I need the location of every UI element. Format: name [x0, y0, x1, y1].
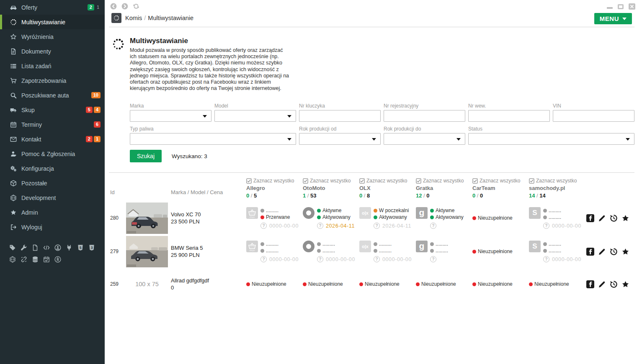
model-select[interactable]	[214, 110, 296, 122]
star-icon[interactable]	[621, 280, 629, 288]
sidebar-item-dokumenty[interactable]: Dokumenty	[0, 44, 105, 59]
history-icon[interactable]	[610, 280, 618, 288]
spinner-icon	[9, 18, 17, 26]
car-photo[interactable]	[126, 236, 168, 267]
portal-name: OLX	[359, 185, 416, 191]
breadcrumb-section[interactable]: Komis	[125, 15, 142, 21]
car-photo[interactable]	[126, 203, 168, 234]
question-icon[interactable]: ?	[543, 223, 549, 229]
question-icon[interactable]: ?	[374, 256, 380, 262]
select-all-allegro[interactable]: Zaznacz wszystko	[246, 178, 303, 184]
hexagon-icon[interactable]	[9, 256, 16, 263]
vin-input[interactable]	[553, 110, 634, 122]
sidebar-item-oferty[interactable]: Oferty21	[0, 0, 105, 15]
sidebar-item-pozostale[interactable]: Pozostałe	[0, 176, 105, 190]
field-label: Status	[468, 126, 634, 132]
back-icon[interactable]	[110, 3, 117, 10]
code-icon[interactable]	[43, 244, 50, 251]
filter-field-nr-wew: Nr wew.	[468, 103, 550, 122]
edit-icon[interactable]	[598, 280, 606, 288]
typ-paliwa-select[interactable]	[130, 133, 296, 145]
edit-icon[interactable]	[598, 214, 606, 222]
car-icon	[9, 4, 17, 11]
accessibility-icon[interactable]	[54, 256, 61, 263]
select-all-samochody-pl[interactable]: Zaznacz wszystko	[529, 178, 585, 184]
sidebar-item-terminy[interactable]: Terminy6	[0, 117, 105, 132]
status-dot	[374, 249, 377, 253]
edit-icon[interactable]	[598, 248, 606, 256]
question-icon[interactable]: ?	[317, 256, 323, 262]
sidebar-item-kontakt[interactable]: Kontakt21	[0, 132, 105, 146]
status-text: .........	[549, 208, 561, 213]
wrench-icon[interactable]	[21, 244, 27, 251]
olx-icon: o|x	[359, 207, 371, 219]
forward-icon[interactable]	[121, 3, 128, 10]
car-title[interactable]: BMW Seria 5	[171, 244, 243, 252]
search-button[interactable]: Szukaj	[130, 150, 162, 162]
facebook-icon[interactable]	[586, 280, 594, 288]
select-all-gratka[interactable]: Zaznacz wszystko	[416, 178, 472, 184]
status-dot	[472, 216, 476, 220]
html5-icon[interactable]: 5	[77, 244, 84, 251]
sidebar-item-development[interactable]: Development	[0, 190, 105, 205]
filter-field-typ-paliwa: Typ paliwa	[130, 126, 296, 145]
sidebar-item-pomoc-zgloszenia[interactable]: Pomoc & Zgłoszenia	[0, 146, 105, 161]
facebook-icon[interactable]	[586, 214, 594, 222]
sidebar-item-admin[interactable]: Admin	[0, 205, 105, 220]
user-circle-icon[interactable]	[54, 244, 61, 251]
nr-wew-input[interactable]	[468, 110, 550, 122]
sidebar-item-wyroznienia[interactable]: Wyróżnienia	[0, 29, 105, 44]
select-all-olx[interactable]: Zaznacz wszystko	[359, 178, 416, 184]
badge: 2	[86, 136, 93, 142]
cell-otomoto: ..................?0000-00-00	[303, 235, 359, 268]
minimize-icon[interactable]	[607, 7, 613, 9]
select-all-carteam[interactable]: Zaznacz wszystko	[472, 178, 529, 184]
status-text: .........	[436, 241, 448, 247]
file-icon[interactable]	[32, 244, 39, 251]
question-icon[interactable]: ?	[430, 256, 436, 262]
nr-rejestracyjny-input[interactable]	[384, 110, 465, 122]
maximize-icon[interactable]	[618, 4, 624, 9]
star-icon[interactable]	[621, 214, 629, 222]
results-count: Wyszukano: 3	[172, 153, 207, 159]
car-title[interactable]: Allrad gdfgdfgdf	[171, 277, 243, 285]
portal-header-gratka: Zaznacz wszystkoGratka12 / 0	[416, 178, 472, 199]
gears-icon	[9, 165, 17, 172]
marka-select[interactable]	[130, 110, 211, 122]
sidebar-item-skup[interactable]: Skup54	[0, 103, 105, 117]
question-icon[interactable]: ?	[260, 223, 267, 229]
rok-produkcji-od-select[interactable]	[299, 133, 381, 145]
sidebar-item-wyloguj[interactable]: Wyloguj	[0, 220, 105, 234]
plug-icon[interactable]	[66, 244, 72, 251]
refresh-icon[interactable]	[133, 3, 139, 10]
database-icon[interactable]	[32, 256, 39, 263]
question-icon[interactable]: ?	[260, 256, 267, 262]
rok-produkcji-do-select[interactable]	[384, 133, 465, 145]
sidebar-item-multiwystawianie[interactable]: Multiwystawianie	[0, 15, 105, 29]
close-icon[interactable]	[629, 3, 635, 10]
calendar-check-icon[interactable]	[43, 256, 50, 263]
sidebar-item-poszukiwane-auta[interactable]: Poszukiwane auta10	[0, 88, 105, 103]
question-icon[interactable]: ?	[430, 223, 436, 229]
question-icon[interactable]: ?	[374, 223, 380, 229]
css3-icon[interactable]: 3	[88, 244, 95, 251]
menu-button[interactable]: MENU	[594, 13, 632, 24]
star-icon[interactable]	[621, 248, 629, 256]
select-all-otomoto[interactable]: Zaznacz wszystko	[303, 178, 359, 184]
sidebar-item-lista-zadan[interactable]: Lista zadań	[0, 59, 105, 73]
car-title[interactable]: Volvo XC 70	[171, 211, 243, 218]
sidebar-item-label: Dokumenty	[21, 48, 101, 55]
nr-kluczyka-input[interactable]	[299, 110, 381, 122]
question-icon[interactable]: ?	[543, 256, 549, 262]
sidebar-item-konfiguracja[interactable]: Konfiguracja	[0, 161, 105, 176]
unlink-icon[interactable]	[21, 256, 27, 263]
facebook-icon[interactable]	[586, 248, 594, 256]
sidebar-item-zapotrzebowania[interactable]: Zapotrzebowania	[0, 73, 105, 88]
status-text: W poczekalni	[379, 208, 409, 213]
status-select[interactable]	[468, 133, 634, 145]
history-icon[interactable]	[610, 214, 618, 222]
tag-icon[interactable]	[9, 244, 16, 251]
question-icon[interactable]: ?	[317, 223, 323, 229]
history-icon[interactable]	[610, 248, 618, 256]
filter-field-nr-rejestracyjny: Nr rejestracyjny	[384, 103, 465, 122]
